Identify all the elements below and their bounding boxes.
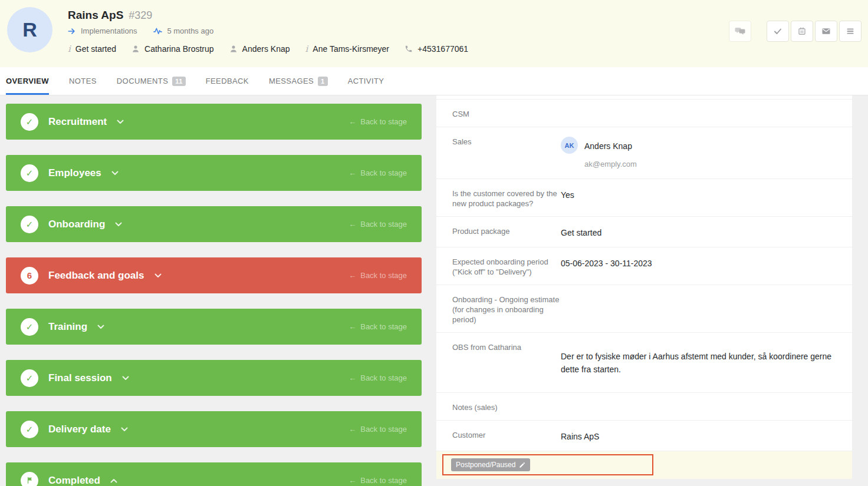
header-info-label: Anders Knap [242,44,290,54]
pipeline-label[interactable]: Implementations [81,27,137,35]
deal-age: 5 months ago [167,27,213,35]
arrow-left-icon: ← [348,322,356,331]
mail-icon [821,27,831,36]
chevron-down-icon[interactable] [121,373,130,383]
check-circle-icon: ✓ [21,113,38,131]
tab-documents[interactable]: DOCUMENTS11 [117,67,186,95]
back-to-stage-button[interactable]: ←Back to stage [348,168,407,177]
detail-label: Expected onboarding period ("Kick off" t… [436,257,561,277]
menu-button[interactable] [839,21,862,42]
tab-label: MESSAGES [269,77,314,85]
tab-notes[interactable]: NOTES [69,67,97,95]
tab-label: OVERVIEW [6,77,49,85]
chevron-down-icon[interactable] [153,271,163,280]
deal-id: #329 [129,9,152,22]
detail-value-notes-sales[interactable] [561,402,852,412]
back-to-stage-button[interactable]: ←Back to stage [348,220,407,229]
back-to-stage-button[interactable]: ←Back to stage [348,425,407,434]
stage-title: Feedback and goals [48,270,144,282]
tab-messages[interactable]: MESSAGES1 [269,67,328,95]
stage-title: Recruitment [48,116,107,128]
detail-row-csm: CSM [436,99,852,127]
tab-count-badge: 11 [172,77,185,86]
pencil-icon[interactable] [519,462,525,468]
detail-value-sales[interactable]: AKAnders Knapak@emply.com [561,137,852,171]
detail-row-status: Postponed/Paused [436,451,852,479]
arrow-left-icon: ← [348,425,356,434]
tab-overview[interactable]: OVERVIEW [6,67,49,95]
stage-card-feedback-and-goals[interactable]: 6Feedback and goals←Back to stage [6,257,422,293]
tab-bar: OVERVIEWNOTESDOCUMENTS11FEEDBACKMESSAGES… [0,67,868,95]
stage-card-recruitment[interactable]: ✓Recruitment←Back to stage [6,104,422,140]
detail-value-is-the-customer-covered-by-the-new-product-packages[interactable]: Yes [561,189,852,209]
back-to-stage-button[interactable]: ←Back to stage [348,117,407,126]
back-to-stage-button[interactable]: ←Back to stage [348,373,407,382]
detail-value-onboarding-ongoing-estimate-for-changes-in-onboarding-period[interactable] [561,295,852,325]
info-icon: i [305,45,308,54]
detail-row-product-package: Product packageGet started [436,216,852,247]
status-tag[interactable]: Postponed/Paused [451,458,530,471]
detail-value-obs-from-catharina[interactable]: Der er to fysiske møder i Aarhus afstemt… [561,342,852,376]
stage-card-delivery-date[interactable]: ✓Delivery date←Back to stage [6,411,422,447]
header-info-label: Get started [75,44,116,54]
arrow-left-icon: ← [348,117,356,126]
detail-row-onboarding-ongoing-estimate-for-changes-in-onboarding-period: Onboarding - Ongoing estimate (for chang… [436,285,852,332]
detail-label: Notes (sales) [436,402,561,412]
person-icon [131,45,140,53]
check-icon [773,27,782,36]
stage-card-training[interactable]: ✓Training←Back to stage [6,309,422,345]
tab-feedback[interactable]: FEEDBACK [206,67,249,95]
chat-bubbles-button[interactable] [729,21,751,42]
header-info-4531677061[interactable]: +4531677061 [405,44,468,54]
stage-title: Employees [48,167,101,179]
stage-title: Onboarding [48,219,105,230]
arrow-right-icon [68,27,76,35]
chat-bubbles-icon [734,27,747,36]
mail-button[interactable] [815,21,837,42]
check-button[interactable] [767,21,789,42]
stage-card-final-session[interactable]: ✓Final session←Back to stage [6,360,422,396]
detail-row-sales: SalesAKAnders Knapak@emply.com [436,127,852,178]
arrow-left-icon: ← [348,220,356,229]
detail-value-csm[interactable] [561,109,852,119]
chevron-down-icon[interactable] [114,220,123,229]
stage-card-employees[interactable]: ✓Employees←Back to stage [6,155,422,191]
arrow-left-icon: ← [348,271,356,280]
back-to-stage-button[interactable]: ←Back to stage [348,476,407,485]
stage-card-completed[interactable]: Completed←Back to stage [6,462,422,486]
detail-label: Sales [436,137,561,171]
header-info-get-started[interactable]: iGet started [68,44,116,54]
check-circle-icon: ✓ [21,216,38,233]
chevron-down-icon[interactable] [116,117,125,127]
tab-label: FEEDBACK [206,77,249,85]
back-to-stage-button[interactable]: ←Back to stage [348,271,407,280]
back-to-stage-button[interactable]: ←Back to stage [348,322,407,331]
person-name: Anders Knap [584,137,637,153]
detail-value-customer[interactable]: Rains ApS [561,430,852,443]
content: ✓Recruitment←Back to stage✓Employees←Bac… [0,95,868,486]
header-info-anders-knap[interactable]: Anders Knap [229,44,290,54]
detail-value-product-package[interactable]: Get started [561,226,852,239]
detail-label: Onboarding - Ongoing estimate (for chang… [436,295,561,325]
stage-title: Final session [48,372,112,384]
header-info-ane-tams-kirsmeyer[interactable]: iAne Tams-Kirsmeyer [305,44,389,54]
calendar-icon [797,27,807,36]
person-icon [229,45,238,53]
chevron-down-icon[interactable] [120,425,129,434]
person-email: ak@emply.com [584,158,637,171]
back-to-stage-label: Back to stage [360,168,407,177]
calendar-button[interactable] [791,21,813,42]
header-info-label: +4531677061 [417,44,468,54]
tab-activity[interactable]: ACTIVITY [348,67,384,95]
chevron-down-icon[interactable] [96,322,106,332]
header-info-catharina-brostrup[interactable]: Catharina Brostrup [131,44,214,54]
tab-count-badge: 1 [318,77,328,86]
arrow-left-icon: ← [348,476,356,485]
deal-header: R Rains ApS #329 Implementations 5 month… [0,0,868,67]
chevron-down-icon[interactable] [110,168,120,178]
tab-label: NOTES [69,77,97,85]
detail-value-expected-onboarding-period-kick-off-to-delivery[interactable]: 05-06-2023 - 30-11-2023 [561,257,852,277]
chevron-up-icon[interactable] [109,476,119,485]
stage-card-onboarding[interactable]: ✓Onboarding←Back to stage [6,206,422,242]
person-avatar: AK [561,137,578,154]
